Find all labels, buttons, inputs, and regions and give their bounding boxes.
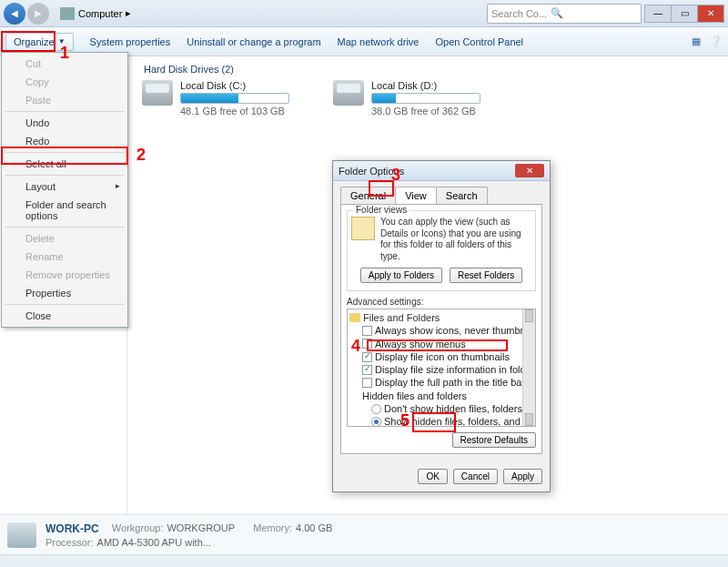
toolbar-control-panel[interactable]: Open Control Panel (435, 36, 523, 47)
checkbox[interactable] (362, 352, 372, 362)
drive-capacity-bar (180, 93, 289, 104)
menu-item-cut: Cut (4, 55, 126, 73)
checkbox[interactable] (362, 378, 372, 388)
drive-free-text: 38.0 GB free of 362 GB (371, 106, 480, 116)
drive-name: Local Disk (D:) (371, 80, 480, 91)
adv-item[interactable]: Display file icon on thumbnails (349, 350, 533, 363)
organize-menu: CutCopyPasteUndoRedoSelect allLayoutFold… (1, 52, 128, 328)
nav-forward-button: ▶ (27, 3, 49, 25)
adv-item[interactable]: Don't show hidden files, folders, or dri… (349, 402, 533, 415)
dialog-tabs: General View Search (333, 181, 550, 204)
folder-views-group: Folder views You can apply the view (suc… (347, 210, 536, 291)
menu-item-undo[interactable]: Undo (4, 114, 126, 132)
advanced-settings-list[interactable]: Files and Folders Always show icons, nev… (347, 309, 536, 427)
status-bar (0, 554, 728, 567)
menu-item-delete: Delete (4, 229, 126, 248)
drive-icon (142, 80, 173, 106)
checkbox[interactable] (362, 339, 372, 349)
dialog-titlebar[interactable]: Folder Options ✕ (333, 161, 550, 181)
help-icon[interactable]: ❔ (710, 35, 723, 47)
radio[interactable] (371, 404, 381, 414)
adv-item[interactable]: Display file size information in folder … (349, 363, 533, 376)
menu-item-select-all[interactable]: Select all (4, 155, 126, 173)
view-mode-icon[interactable]: ▦ (692, 35, 701, 47)
scrollbar[interactable] (522, 309, 535, 426)
adv-item[interactable]: Always show menus (349, 338, 533, 350)
apply-button[interactable]: Apply (503, 469, 542, 484)
checkbox[interactable] (362, 326, 372, 336)
window-titlebar: ◀ ▶ Computer ▸ Search Co... 🔍 — ▭ ✕ (0, 0, 728, 27)
drive-c[interactable]: Local Disk (C:) 48.1 GB free of 103 GB (142, 80, 306, 116)
chevron-right-icon: ▸ (126, 7, 131, 19)
menu-item-copy: Copy (4, 73, 126, 91)
drive-name: Local Disk (C:) (180, 80, 289, 91)
adv-root-item: Files and Folders (349, 311, 533, 324)
dialog-close-button[interactable]: ✕ (515, 164, 544, 177)
organize-label: Organize (14, 36, 55, 47)
apply-to-folders-button[interactable]: Apply to Folders (360, 268, 442, 283)
checkbox[interactable] (362, 365, 372, 375)
organize-button[interactable]: Organize ▼ (5, 33, 74, 51)
adv-item[interactable]: Show hidden files, folders, and drives (349, 415, 533, 427)
tab-view[interactable]: View (395, 187, 437, 204)
menu-item-folder-and-search-options[interactable]: Folder and search options (4, 196, 126, 225)
tab-general[interactable]: General (340, 187, 396, 204)
close-button[interactable]: ✕ (697, 5, 724, 23)
maximize-button[interactable]: ▭ (671, 5, 698, 23)
drive-capacity-bar (371, 93, 480, 104)
section-header[interactable]: Hard Disk Drives (2) (135, 60, 721, 80)
group-legend: Folder views (353, 205, 410, 215)
drive-icon (333, 80, 364, 106)
dialog-title: Folder Options (339, 166, 404, 177)
cancel-button[interactable]: Cancel (453, 469, 498, 484)
restore-defaults-button[interactable]: Restore Defaults (452, 432, 536, 448)
computer-name: WORK-PC (46, 522, 99, 535)
menu-item-redo[interactable]: Redo (4, 132, 126, 150)
folder-views-text: You can apply the view (such as Details … (380, 217, 531, 262)
folder-views-icon (351, 217, 375, 240)
computer-icon (60, 7, 75, 20)
toolbar-uninstall[interactable]: Uninstall or change a program (187, 36, 320, 47)
adv-item[interactable]: Always show icons, never thumbnails (349, 324, 533, 337)
adv-item[interactable]: Hidden files and folders (349, 390, 533, 402)
search-input[interactable]: Search Co... 🔍 (487, 4, 642, 24)
menu-item-properties[interactable]: Properties (4, 284, 126, 302)
ok-button[interactable]: OK (418, 469, 447, 484)
menu-item-paste: Paste (4, 91, 126, 109)
nav-back-button[interactable]: ◀ (4, 3, 25, 25)
minimize-button[interactable]: — (644, 5, 672, 23)
tab-search[interactable]: Search (436, 187, 488, 204)
search-placeholder: Search Co... (491, 8, 547, 19)
adv-item[interactable]: Display the full path in the title bar (… (349, 376, 533, 389)
details-pane: WORK-PC Workgroup: WORKGROUP Memory: 4.0… (0, 514, 728, 554)
chevron-down-icon: ▼ (58, 37, 66, 46)
reset-folders-button[interactable]: Reset Folders (450, 268, 522, 283)
search-icon: 🔍 (551, 7, 563, 19)
menu-item-layout[interactable]: Layout (4, 177, 126, 196)
radio[interactable] (371, 417, 381, 427)
menu-item-rename: Rename (4, 248, 126, 266)
folder-icon (349, 313, 360, 322)
menu-item-remove-properties: Remove properties (4, 266, 126, 284)
toolbar-system-properties[interactable]: System properties (90, 36, 171, 47)
advanced-label: Advanced settings: (347, 297, 536, 307)
computer-icon (7, 522, 36, 548)
breadcrumb[interactable]: Computer ▸ (55, 5, 136, 22)
drive-d[interactable]: Local Disk (D:) 38.0 GB free of 362 GB (333, 80, 497, 116)
menu-item-close[interactable]: Close (4, 307, 126, 325)
drive-free-text: 48.1 GB free of 103 GB (180, 106, 289, 116)
breadcrumb-label: Computer (78, 8, 122, 19)
toolbar-map-drive[interactable]: Map network drive (338, 36, 420, 47)
folder-options-dialog: Folder Options ✕ General View Search Fol… (332, 160, 551, 492)
